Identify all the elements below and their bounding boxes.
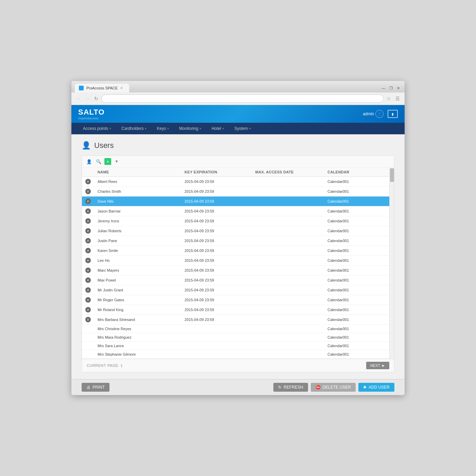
add-row-button[interactable]: +: [104, 158, 111, 165]
table-row[interactable]: ⊘Mr Roland King2015-04-09 23:59Calendar0…: [82, 305, 389, 315]
restore-button[interactable]: ❐: [388, 85, 394, 91]
nav-hotel[interactable]: Hotel ▾: [207, 123, 229, 134]
forward-button[interactable]: →: [84, 95, 91, 102]
row-max-access-date: [252, 342, 324, 350]
salto-logo: SALTO inspiredaccess: [78, 108, 105, 120]
table-row[interactable]: ⊘Charles Smith2015-04-09 23:59Calendar00…: [82, 187, 389, 197]
chevron-down-icon: ▾: [200, 127, 201, 130]
browser-tab[interactable]: ProAccess SPACE ×: [75, 84, 129, 92]
table-row[interactable]: ⊘Jeremy Irons2015-04-09 23:59Calendar001: [82, 216, 389, 226]
browser-titlebar: ProAccess SPACE × — ❐ ✕: [71, 81, 405, 92]
minimize-button[interactable]: —: [380, 85, 387, 91]
row-max-access-date: [252, 236, 324, 246]
row-name: Marc Mayers: [94, 266, 181, 275]
reload-button[interactable]: ↻: [92, 95, 100, 102]
key-icon: ⊘: [85, 238, 91, 243]
nav-cardholders[interactable]: Cardholders ▾: [117, 123, 151, 134]
table-row[interactable]: ⊘Mr Justin Grant2015-04-09 23:59Calendar…: [82, 285, 389, 295]
row-name: Jason Barrow: [94, 206, 181, 216]
user-toolbar-icon: 👤: [85, 158, 93, 165]
nav-monitoring[interactable]: Monitoring ▾: [174, 123, 206, 134]
app-header: SALTO inspiredaccess admin 👤 ▮: [71, 105, 405, 123]
print-button[interactable]: 🖨 PRINT: [82, 383, 109, 392]
delete-user-button[interactable]: ⛔ DELETE USER: [311, 383, 356, 392]
address-bar[interactable]: [101, 95, 384, 103]
row-name: Julian Roberts: [94, 226, 181, 236]
add-user-button[interactable]: ✚ ADD USER: [358, 383, 394, 392]
row-key-expiration: [181, 333, 252, 342]
key-icon: ⊘: [85, 317, 91, 322]
row-key-expiration: 2015-04-09 23:59: [181, 275, 252, 285]
row-icon-cell: ⊘: [82, 256, 94, 266]
menu-button[interactable]: ☰: [394, 95, 401, 102]
table-row[interactable]: ⊘Mr Roger Gates2015-04-09 23:59Calendar0…: [82, 295, 389, 305]
table-row[interactable]: ⊘Marc Mayers2015-04-09 23:59Calendar001: [82, 266, 389, 275]
row-max-access-date: [252, 216, 324, 226]
row-name: Dave Nils: [94, 197, 181, 206]
row-max-access-date: [252, 197, 324, 206]
col-header-name[interactable]: NAME: [94, 168, 181, 177]
next-button[interactable]: NEXT ►: [366, 362, 389, 369]
nav-system[interactable]: System ▾: [230, 123, 256, 134]
scrollbar[interactable]: [389, 168, 394, 359]
table-row[interactable]: Mrs Christine ReyesCalendar001: [82, 325, 389, 333]
current-page-label: CURRENT PAGE: 1: [87, 363, 123, 368]
col-header-max-access-date[interactable]: MAX. ACCESS DATE: [252, 168, 324, 177]
row-calendar: Calendar001: [324, 342, 389, 350]
table-row[interactable]: ⊘Mrs Barbara Striesand2015-04-09 23:59Ca…: [82, 315, 389, 325]
row-name: Mrs Sara Lance: [94, 342, 181, 350]
table-body: ⊘Albert Rees2015-04-09 23:59Calendar001⊘…: [82, 177, 389, 359]
row-max-access-date: [252, 315, 324, 325]
row-calendar: Calendar001: [324, 256, 389, 266]
row-name: Jeremy Irons: [94, 216, 181, 226]
table-row[interactable]: Mrs Mara RodriguezCalendar001: [82, 333, 389, 342]
row-name: Mr Roland King: [94, 305, 181, 315]
tab-close-button[interactable]: ×: [120, 86, 123, 90]
users-icon: 👤: [82, 141, 91, 150]
row-calendar: Calendar001: [324, 246, 389, 256]
back-button[interactable]: ←: [75, 95, 82, 102]
row-key-expiration: 2015-04-09 23:59: [181, 295, 252, 305]
table-row[interactable]: Mrs Sara LanceCalendar001: [82, 342, 389, 350]
header-right: admin 👤 ▮: [363, 110, 398, 118]
table-row[interactable]: ⊘Albert Rees2015-04-09 23:59Calendar001: [82, 177, 389, 187]
search-icon[interactable]: 🔍: [95, 158, 102, 165]
col-header-calendar[interactable]: CALENDAR: [324, 168, 389, 177]
key-icon: ⊘: [85, 208, 91, 214]
bookmark-button[interactable]: ☆: [385, 95, 392, 102]
row-calendar: Calendar001: [324, 295, 389, 305]
row-max-access-date: [252, 256, 324, 266]
row-icon-cell: [82, 325, 94, 333]
row-icon-cell: ⊘: [82, 305, 94, 315]
table-row[interactable]: ⊘Jason Barrow2015-04-09 23:59Calendar001: [82, 206, 389, 216]
row-max-access-date: [252, 325, 324, 333]
table-row[interactable]: Mrs Stephanie GilmoreCalendar001: [82, 350, 389, 359]
row-max-access-date: [252, 285, 324, 295]
col-header-key-expiration[interactable]: KEY EXPIRATION: [181, 168, 252, 177]
row-max-access-date: [252, 350, 324, 359]
row-calendar: Calendar001: [324, 197, 389, 206]
nav-keys[interactable]: Keys ▾: [152, 123, 174, 134]
key-icon: ⊘: [85, 258, 91, 263]
table-row[interactable]: ⊘Lee Ho2015-04-09 23:59Calendar001: [82, 256, 389, 266]
filter-icon[interactable]: ▼: [113, 158, 120, 165]
table-row[interactable]: ⊘Dave Nils2015-04-09 23:59Calendar001: [82, 197, 389, 206]
row-calendar: Calendar001: [324, 305, 389, 315]
table-row[interactable]: ⊘Karen Smile2015-04-09 23:59Calendar001: [82, 246, 389, 256]
delete-icon: ⛔: [316, 385, 321, 390]
key-icon: ⊘: [85, 248, 91, 253]
table-row[interactable]: ⊘Max Powel2015-04-09 23:59Calendar001: [82, 275, 389, 285]
table-row[interactable]: ⊘Justin Pane2015-04-09 23:59Calendar001: [82, 236, 389, 246]
print-icon: 🖨: [86, 385, 90, 390]
nav-access-points[interactable]: Access points ▾: [78, 123, 116, 134]
table-header-row: NAME KEY EXPIRATION MAX. ACCESS DATE CAL…: [82, 168, 389, 177]
page-title: Users: [94, 141, 114, 150]
admin-label: admin: [363, 112, 374, 116]
table-row[interactable]: ⊘Julian Roberts2015-04-09 23:59Calendar0…: [82, 226, 389, 236]
tab-title: ProAccess SPACE: [86, 86, 118, 90]
refresh-button[interactable]: ↻ REFRESH: [273, 383, 308, 392]
row-name: Mrs Christine Reyes: [94, 325, 181, 333]
close-button[interactable]: ✕: [395, 85, 401, 91]
row-calendar: Calendar001: [324, 275, 389, 285]
table-toolbar: 👤 🔍 + ▼: [82, 156, 394, 168]
